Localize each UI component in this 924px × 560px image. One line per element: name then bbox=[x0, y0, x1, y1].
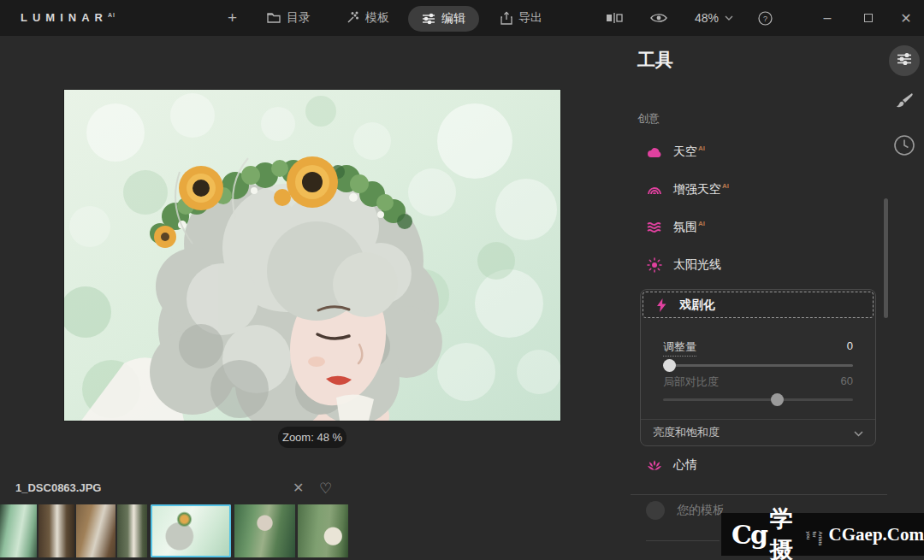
lightning-icon bbox=[654, 298, 669, 313]
divider bbox=[646, 540, 720, 541]
watermark-text: 学摄 bbox=[770, 504, 808, 560]
thumbnail[interactable] bbox=[38, 504, 74, 557]
watermark: Cg 学摄 Artists for you CGaep.Com bbox=[721, 513, 924, 556]
tab-catalog-label: 目录 bbox=[287, 10, 311, 26]
share-icon bbox=[500, 11, 512, 25]
tool-label: 心情 bbox=[673, 457, 697, 473]
tool-label: 氛围AI bbox=[673, 220, 705, 235]
titlebar: LUMINARAI + 目录 模板 编辑 导出 bbox=[0, 0, 924, 36]
watermark-site: CGaep.Com bbox=[829, 524, 924, 545]
slider-track[interactable] bbox=[663, 364, 853, 367]
slider-label: 局部对比度 bbox=[663, 374, 719, 391]
export-label: 导出 bbox=[518, 10, 542, 26]
slider-label: 调整量 bbox=[663, 339, 696, 357]
sky-arcs-icon bbox=[647, 182, 662, 197]
tab-catalog[interactable]: 目录 bbox=[267, 0, 311, 36]
sidebar-section-label: 创意 bbox=[637, 111, 660, 127]
history-rail-button[interactable] bbox=[893, 134, 915, 160]
add-photos-button[interactable]: + bbox=[228, 0, 237, 36]
tab-templates-label: 模板 bbox=[365, 10, 389, 26]
brush-rail-button[interactable] bbox=[895, 91, 914, 114]
chevron-down-icon bbox=[725, 15, 733, 21]
brush-icon bbox=[895, 91, 914, 114]
favorite-heart-button[interactable]: ♡ bbox=[319, 480, 332, 498]
dramatic-panel: 戏剧化 调整量 0 局部对比度 60 亮度和饱和度 bbox=[640, 289, 876, 446]
svg-text:?: ? bbox=[763, 15, 767, 23]
export-button[interactable]: 导出 bbox=[500, 0, 542, 36]
compare-button[interactable] bbox=[606, 0, 623, 36]
thumbnail[interactable] bbox=[234, 504, 295, 557]
eye-icon bbox=[650, 12, 667, 24]
zoom-status-badge: Zoom: 48 % bbox=[278, 427, 346, 448]
zoom-level-dropdown[interactable]: 48% bbox=[695, 0, 733, 36]
filmstrip-filename: 1_DSC0863.JPG bbox=[15, 481, 101, 494]
sliders-icon bbox=[422, 13, 435, 25]
help-button[interactable]: ? bbox=[758, 0, 773, 36]
sliders-icon bbox=[897, 52, 912, 69]
template-circle-icon bbox=[646, 501, 665, 520]
waves-icon bbox=[647, 220, 662, 235]
sidebar-scrollbar[interactable] bbox=[884, 198, 888, 318]
tool-sky-ai[interactable]: 天空AI bbox=[647, 144, 705, 160]
thumbnail[interactable] bbox=[298, 504, 348, 557]
amount-slider: 调整量 0 bbox=[663, 339, 853, 367]
tool-label: 增强天空AI bbox=[673, 182, 729, 197]
tool-sunrays[interactable]: 太阳光线 bbox=[647, 257, 721, 273]
app-logo: LUMINARAI bbox=[21, 11, 116, 24]
sidebar-title: 工具 bbox=[637, 48, 673, 72]
thumbnail-selected[interactable] bbox=[151, 504, 231, 557]
app-window: LUMINARAI + 目录 模板 编辑 导出 bbox=[0, 0, 924, 560]
folder-icon bbox=[267, 12, 281, 24]
tool-label: 太阳光线 bbox=[673, 257, 721, 273]
sun-icon bbox=[647, 257, 662, 273]
clock-icon bbox=[893, 134, 915, 160]
brightness-saturation-expander[interactable]: 亮度和饱和度 bbox=[641, 419, 875, 445]
slider-knob[interactable] bbox=[771, 393, 784, 406]
help-icon: ? bbox=[758, 11, 773, 26]
tool-dramatic-header[interactable]: 戏剧化 bbox=[643, 292, 874, 318]
watermark-tagline: Artists for you bbox=[804, 531, 822, 538]
close-button[interactable]: ✕ bbox=[893, 0, 919, 36]
divider bbox=[631, 494, 887, 495]
preview-toggle[interactable] bbox=[650, 0, 667, 36]
tool-mood[interactable]: 心情 bbox=[647, 457, 697, 473]
slider-value: 60 bbox=[841, 374, 853, 391]
tool-augmented-sky-ai[interactable]: 增强天空AI bbox=[647, 182, 729, 197]
tab-edit-label: 编辑 bbox=[441, 11, 465, 27]
maximize-icon bbox=[864, 14, 873, 22]
watermark-logo: Cg bbox=[732, 520, 767, 550]
lotus-icon bbox=[647, 457, 662, 473]
your-templates-row[interactable]: 您的模板 bbox=[646, 501, 725, 520]
adjustments-rail-button[interactable] bbox=[889, 45, 920, 76]
slider-value: 0 bbox=[847, 339, 853, 357]
tab-templates[interactable]: 模板 bbox=[346, 0, 389, 36]
slider-track[interactable] bbox=[663, 398, 853, 401]
wand-icon bbox=[346, 11, 359, 25]
compare-icon bbox=[606, 12, 623, 24]
zoom-level-value: 48% bbox=[695, 11, 719, 25]
sidebar-rail bbox=[889, 45, 920, 160]
thumbnail[interactable] bbox=[117, 504, 147, 557]
panel-title: 戏剧化 bbox=[679, 298, 715, 313]
local-contrast-slider: 局部对比度 60 bbox=[663, 374, 853, 401]
thumbnail[interactable] bbox=[76, 504, 116, 557]
cloud-icon bbox=[647, 144, 662, 160]
tool-atmosphere-ai[interactable]: 氛围AI bbox=[647, 220, 705, 235]
chevron-down-icon bbox=[854, 427, 863, 439]
slider-knob[interactable] bbox=[663, 359, 676, 372]
photo-canvas[interactable] bbox=[64, 90, 560, 421]
thumbnail[interactable] bbox=[0, 504, 37, 557]
maximize-button[interactable] bbox=[856, 0, 881, 36]
remove-photo-button[interactable]: ✕ bbox=[293, 480, 304, 496]
tab-edit-active[interactable]: 编辑 bbox=[408, 6, 479, 32]
tool-label: 天空AI bbox=[673, 144, 705, 160]
minimize-button[interactable]: – bbox=[814, 0, 840, 36]
